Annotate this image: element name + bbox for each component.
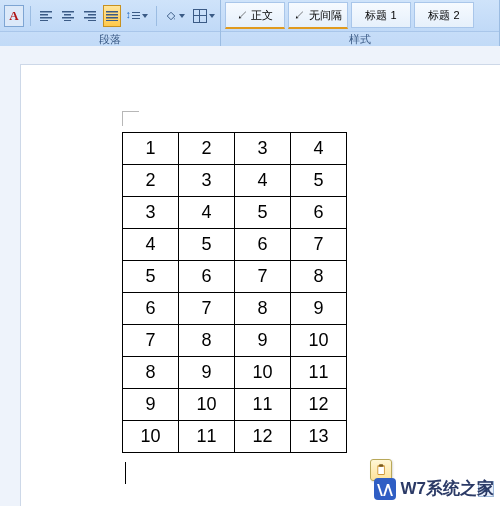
table-cell[interactable]: 6 [235, 229, 291, 261]
table-cell[interactable]: 7 [123, 325, 179, 357]
table-cell[interactable]: 1 [123, 133, 179, 165]
table-cell[interactable]: 11 [179, 421, 235, 453]
ribbon-separator [30, 6, 31, 26]
table-cell[interactable]: 6 [291, 197, 347, 229]
align-right-icon [84, 11, 96, 21]
table-cell[interactable]: 7 [235, 261, 291, 293]
table-cell[interactable]: 7 [291, 229, 347, 261]
table-row: 6789 [123, 293, 347, 325]
table-row: 10111213 [123, 421, 347, 453]
table-cell[interactable]: 5 [235, 197, 291, 229]
paint-bucket-icon [165, 10, 177, 22]
ribbon-group-label-paragraph: 段落 [0, 31, 220, 46]
borders-button[interactable] [191, 5, 216, 27]
table-cell[interactable]: 10 [179, 389, 235, 421]
svg-rect-2 [379, 464, 383, 466]
table-cell[interactable]: 12 [235, 421, 291, 453]
ribbon-group-paragraph: A 段落 [0, 0, 221, 46]
table-cell[interactable]: 5 [291, 165, 347, 197]
shading-button[interactable] [163, 5, 188, 27]
table-cell[interactable]: 9 [235, 325, 291, 357]
align-center-icon [62, 11, 74, 21]
align-center-button[interactable] [59, 5, 77, 27]
watermark-text: W7系统之家 [401, 477, 495, 500]
table-cell[interactable]: 3 [235, 133, 291, 165]
document-area: 1234234534564567567867897891089101191011… [0, 46, 500, 506]
line-spacing-icon [128, 10, 140, 22]
table-cell[interactable]: 3 [123, 197, 179, 229]
ribbon-group-label-styles: 样式 [221, 31, 499, 46]
svg-rect-1 [378, 467, 384, 474]
text-cursor [125, 462, 126, 484]
table-cell[interactable]: 8 [235, 293, 291, 325]
ribbon: A 段落 [0, 0, 500, 47]
table-cell[interactable]: 4 [179, 197, 235, 229]
line-spacing-button[interactable] [125, 5, 150, 27]
table-cell[interactable]: 11 [235, 389, 291, 421]
font-color-button[interactable]: A [4, 5, 24, 27]
table-row: 9101112 [123, 389, 347, 421]
vertical-ruler[interactable] [0, 46, 21, 506]
table-cell[interactable]: 12 [291, 389, 347, 421]
table-row: 5678 [123, 261, 347, 293]
horizontal-ruler[interactable] [20, 46, 500, 65]
table-row: 78910 [123, 325, 347, 357]
table-row: 891011 [123, 357, 347, 389]
table-cell[interactable]: 11 [291, 357, 347, 389]
table-row: 3456 [123, 197, 347, 229]
clipboard-icon [375, 463, 388, 477]
style-item-3[interactable]: 标题 2 [414, 2, 474, 28]
table-cell[interactable]: 10 [235, 357, 291, 389]
ribbon-group-styles: ↙ 正文↙ 无间隔标题 1标题 2 样式 [221, 0, 500, 46]
chevron-down-icon [179, 14, 185, 18]
table-cell[interactable]: 9 [123, 389, 179, 421]
table-cell[interactable]: 9 [291, 293, 347, 325]
table-row: 1234 [123, 133, 347, 165]
align-justify-button[interactable] [103, 5, 121, 27]
table-cell[interactable]: 8 [291, 261, 347, 293]
table-cell[interactable]: 4 [123, 229, 179, 261]
chevron-down-icon [209, 14, 215, 18]
table-cell[interactable]: 3 [179, 165, 235, 197]
document-table[interactable]: 1234234534564567567867897891089101191011… [122, 132, 347, 453]
align-right-button[interactable] [81, 5, 99, 27]
style-item-0[interactable]: ↙ 正文 [225, 2, 285, 29]
table-cell[interactable]: 4 [235, 165, 291, 197]
table-cell[interactable]: 5 [123, 261, 179, 293]
table-cell[interactable]: 2 [123, 165, 179, 197]
table-cell[interactable]: 8 [123, 357, 179, 389]
watermark-logo-icon [374, 478, 396, 500]
ribbon-separator [156, 6, 157, 26]
watermark: W7系统之家 [374, 477, 495, 500]
align-justify-icon [106, 11, 118, 21]
borders-icon [193, 9, 207, 23]
table-row: 2345 [123, 165, 347, 197]
style-gallery: ↙ 正文↙ 无间隔标题 1标题 2 [225, 2, 474, 29]
style-item-1[interactable]: ↙ 无间隔 [288, 2, 348, 29]
table-cell[interactable]: 8 [179, 325, 235, 357]
align-left-button[interactable] [37, 5, 55, 27]
page[interactable]: 1234234534564567567867897891089101191011… [22, 66, 498, 502]
table-row: 4567 [123, 229, 347, 261]
table-cell[interactable]: 10 [123, 421, 179, 453]
table-cell[interactable]: 6 [123, 293, 179, 325]
page-margin-marker [122, 111, 139, 126]
table-cell[interactable]: 7 [179, 293, 235, 325]
font-color-glyph: A [9, 8, 18, 24]
table-cell[interactable]: 5 [179, 229, 235, 261]
align-left-icon [40, 11, 52, 21]
style-item-2[interactable]: 标题 1 [351, 2, 411, 28]
chevron-down-icon [142, 14, 148, 18]
table-cell[interactable]: 6 [179, 261, 235, 293]
table-cell[interactable]: 10 [291, 325, 347, 357]
table-cell[interactable]: 2 [179, 133, 235, 165]
table-cell[interactable]: 9 [179, 357, 235, 389]
table-cell[interactable]: 13 [291, 421, 347, 453]
table-cell[interactable]: 4 [291, 133, 347, 165]
